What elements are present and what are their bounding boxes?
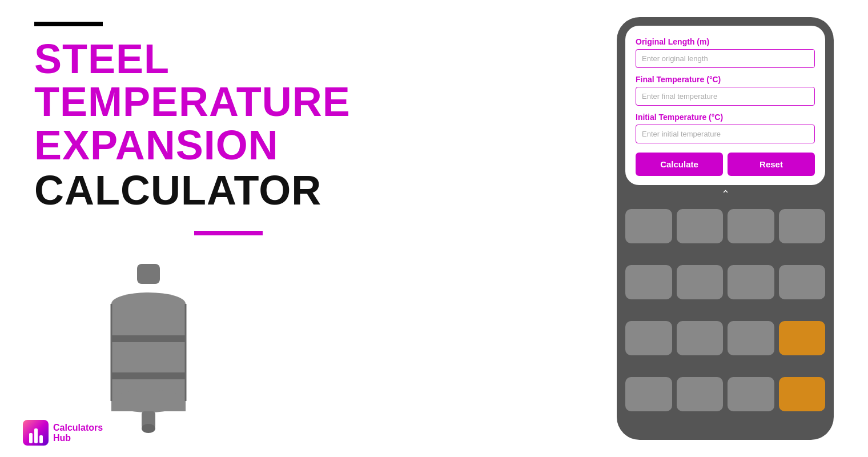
- title-line3: CALCULATOR: [34, 167, 377, 214]
- logo-text: Calculators Hub: [53, 423, 103, 443]
- logo-bar-2: [34, 428, 38, 443]
- left-section: STEEL TEMPERATURE EXPANSION CALCULATOR: [34, 22, 377, 436]
- svg-rect-6: [111, 401, 186, 411]
- mid-decorative-bar: [194, 231, 263, 235]
- calculate-button[interactable]: Calculate: [636, 153, 723, 176]
- key-8[interactable]: [779, 265, 826, 299]
- key-3[interactable]: [728, 209, 774, 243]
- key-7[interactable]: [728, 265, 774, 299]
- svg-rect-2: [111, 304, 186, 401]
- reset-button[interactable]: Reset: [728, 153, 815, 176]
- logo-icon: [23, 420, 49, 446]
- key-2[interactable]: [677, 209, 724, 243]
- key-14[interactable]: [728, 377, 774, 411]
- key-13[interactable]: [677, 377, 724, 411]
- logo-name-top: Calculators: [53, 423, 103, 433]
- final-temperature-label: Final Temperature (°C): [636, 75, 815, 84]
- title-line2: EXPANSION: [34, 124, 377, 167]
- calculator-device: Original Length (m) Final Temperature (°…: [617, 17, 834, 440]
- logo-bar-3: [39, 435, 43, 443]
- title-line1: STEEL TEMPERATURE: [34, 38, 377, 124]
- key-12[interactable]: [625, 377, 672, 411]
- calculator-keypad: [625, 206, 825, 431]
- key-orange-2[interactable]: [779, 377, 826, 411]
- key-orange-1[interactable]: [779, 321, 826, 355]
- svg-rect-4: [111, 372, 186, 379]
- svg-rect-3: [111, 335, 186, 342]
- logo: Calculators Hub: [23, 420, 103, 446]
- initial-temperature-label: Initial Temperature (°C): [636, 113, 815, 122]
- key-6[interactable]: [677, 265, 724, 299]
- final-temperature-input[interactable]: [636, 87, 815, 106]
- top-decorative-bar: [34, 22, 103, 26]
- logo-bar-1: [29, 433, 33, 443]
- calculator-device-container: Original Length (m) Final Temperature (°…: [617, 17, 834, 440]
- logo-name-bottom: Hub: [53, 433, 103, 443]
- tank-illustration: [34, 252, 263, 435]
- key-9[interactable]: [625, 321, 672, 355]
- original-length-input[interactable]: [636, 49, 815, 68]
- svg-point-8: [142, 424, 155, 433]
- original-length-label: Original Length (m): [636, 37, 815, 46]
- tank-svg: [91, 252, 206, 435]
- key-4[interactable]: [779, 209, 826, 243]
- svg-rect-0: [137, 264, 160, 284]
- key-10[interactable]: [677, 321, 724, 355]
- scroll-indicator: ⌃: [625, 188, 825, 201]
- key-11[interactable]: [728, 321, 774, 355]
- initial-temperature-input[interactable]: [636, 125, 815, 143]
- action-buttons-row: Calculate Reset: [636, 153, 815, 176]
- key-5[interactable]: [625, 265, 672, 299]
- key-1[interactable]: [625, 209, 672, 243]
- calculator-screen: Original Length (m) Final Temperature (°…: [625, 26, 825, 185]
